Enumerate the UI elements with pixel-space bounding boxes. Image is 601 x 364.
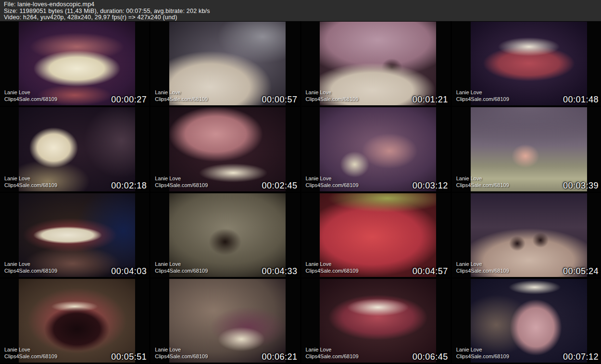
watermark-line2: Clips4Sale.com/68109 bbox=[4, 182, 57, 188]
thumbnail-timestamp: 00:03:39 bbox=[563, 181, 599, 191]
thumbnail-cell: Lanie Love Clips4Sale.com/68109 00:02:45 bbox=[150, 107, 300, 191]
watermark-line1: Lanie Love bbox=[155, 175, 208, 182]
thumbnail-timestamp: 00:03:12 bbox=[413, 181, 448, 191]
watermark-line2: Clips4Sale.com/68109 bbox=[155, 182, 208, 188]
watermark: Lanie Love Clips4Sale.com/68109 bbox=[155, 175, 208, 188]
watermark-line2: Clips4Sale.com/68109 bbox=[456, 267, 509, 274]
file-size-line: Size: 11989051 bytes (11,43 MiB), durati… bbox=[4, 8, 601, 15]
thumbnail-cell: Lanie Love Clips4Sale.com/68109 00:04:57 bbox=[301, 193, 451, 277]
watermark: Lanie Love Clips4Sale.com/68109 bbox=[306, 346, 359, 360]
watermark: Lanie Love Clips4Sale.com/68109 bbox=[4, 261, 57, 274]
thumbnail-cell: Lanie Love Clips4Sale.com/68109 00:07:12 bbox=[452, 278, 601, 363]
watermark-line1: Lanie Love bbox=[4, 175, 57, 182]
watermark: Lanie Love Clips4Sale.com/68109 bbox=[456, 346, 509, 360]
watermark: Lanie Love Clips4Sale.com/68109 bbox=[155, 346, 208, 360]
video-codec-line: Video: h264, yuv420p, 428x240, 29,97 fps… bbox=[4, 14, 601, 21]
thumbnail-timestamp: 00:02:45 bbox=[262, 181, 297, 191]
thumbnail-timestamp: 00:05:24 bbox=[563, 266, 599, 276]
file-info-header: File: lanie-loves-endoscopic.mp4 Size: 1… bbox=[0, 0, 601, 21]
thumbnail-timestamp: 00:05:51 bbox=[111, 352, 147, 362]
watermark: Lanie Love Clips4Sale.com/68109 bbox=[4, 89, 57, 102]
watermark-line2: Clips4Sale.com/68109 bbox=[155, 96, 208, 102]
watermark-line1: Lanie Love bbox=[456, 89, 509, 96]
watermark: Lanie Love Clips4Sale.com/68109 bbox=[4, 346, 57, 360]
watermark-line1: Lanie Love bbox=[456, 175, 509, 182]
thumbnail-timestamp: 00:01:48 bbox=[563, 95, 599, 105]
thumbnail-cell: Lanie Love Clips4Sale.com/68109 00:04:33 bbox=[150, 193, 300, 277]
watermark-line1: Lanie Love bbox=[155, 346, 208, 353]
watermark-line1: Lanie Love bbox=[306, 175, 359, 182]
watermark: Lanie Love Clips4Sale.com/68109 bbox=[4, 175, 57, 188]
watermark-line2: Clips4Sale.com/68109 bbox=[306, 182, 359, 188]
thumbnail-timestamp: 00:04:03 bbox=[111, 266, 147, 276]
watermark-line2: Clips4Sale.com/68109 bbox=[306, 96, 359, 102]
watermark-line1: Lanie Love bbox=[306, 261, 359, 267]
file-name-line: File: lanie-loves-endoscopic.mp4 bbox=[4, 1, 601, 8]
watermark-line2: Clips4Sale.com/68109 bbox=[4, 267, 57, 274]
watermark-line1: Lanie Love bbox=[4, 261, 57, 267]
watermark: Lanie Love Clips4Sale.com/68109 bbox=[306, 175, 359, 188]
watermark-line1: Lanie Love bbox=[456, 261, 509, 267]
watermark-line1: Lanie Love bbox=[306, 346, 359, 353]
watermark: Lanie Love Clips4Sale.com/68109 bbox=[155, 261, 208, 274]
watermark-line2: Clips4Sale.com/68109 bbox=[456, 96, 509, 102]
video-contact-sheet: File: lanie-loves-endoscopic.mp4 Size: 1… bbox=[0, 0, 601, 364]
watermark-line2: Clips4Sale.com/68109 bbox=[155, 353, 208, 360]
watermark-line1: Lanie Love bbox=[4, 346, 57, 353]
watermark-line2: Clips4Sale.com/68109 bbox=[456, 353, 509, 360]
watermark-line1: Lanie Love bbox=[306, 89, 359, 96]
thumbnail-cell: Lanie Love Clips4Sale.com/68109 00:06:45 bbox=[301, 278, 451, 363]
thumbnail-cell: Lanie Love Clips4Sale.com/68109 00:05:51 bbox=[0, 278, 149, 363]
thumbnail-cell: Lanie Love Clips4Sale.com/68109 00:00:27 bbox=[0, 21, 149, 106]
watermark-line1: Lanie Love bbox=[155, 261, 208, 267]
thumbnail-cell: Lanie Love Clips4Sale.com/68109 00:05:24 bbox=[452, 193, 601, 277]
thumbnail-timestamp: 00:07:12 bbox=[563, 352, 599, 362]
watermark-line2: Clips4Sale.com/68109 bbox=[4, 96, 57, 102]
watermark: Lanie Love Clips4Sale.com/68109 bbox=[456, 175, 509, 188]
watermark-line2: Clips4Sale.com/68109 bbox=[4, 353, 57, 360]
watermark-line2: Clips4Sale.com/68109 bbox=[155, 267, 208, 274]
thumbnail-cell: Lanie Love Clips4Sale.com/68109 00:04:03 bbox=[0, 193, 149, 277]
thumbnail-cell: Lanie Love Clips4Sale.com/68109 00:01:48 bbox=[452, 21, 601, 106]
thumbnail-timestamp: 00:02:18 bbox=[111, 181, 147, 191]
watermark: Lanie Love Clips4Sale.com/68109 bbox=[306, 261, 359, 274]
watermark-line1: Lanie Love bbox=[155, 89, 208, 96]
thumbnail-timestamp: 00:06:21 bbox=[262, 352, 297, 362]
watermark: Lanie Love Clips4Sale.com/68109 bbox=[456, 89, 509, 102]
thumbnail-timestamp: 00:00:57 bbox=[262, 95, 297, 105]
watermark: Lanie Love Clips4Sale.com/68109 bbox=[155, 89, 208, 102]
thumbnail-timestamp: 00:00:27 bbox=[111, 95, 147, 105]
thumbnail-timestamp: 00:04:33 bbox=[262, 266, 297, 276]
thumbnail-cell: Lanie Love Clips4Sale.com/68109 00:03:12 bbox=[301, 107, 451, 191]
watermark-line2: Clips4Sale.com/68109 bbox=[456, 182, 509, 188]
watermark-line1: Lanie Love bbox=[4, 89, 57, 96]
thumbnail-cell: Lanie Love Clips4Sale.com/68109 00:02:18 bbox=[0, 107, 149, 191]
thumbnail-timestamp: 00:04:57 bbox=[413, 266, 448, 276]
thumbnail-cell: Lanie Love Clips4Sale.com/68109 00:03:39 bbox=[452, 107, 601, 191]
watermark-line2: Clips4Sale.com/68109 bbox=[306, 353, 359, 360]
thumbnail-timestamp: 00:01:21 bbox=[413, 95, 448, 105]
thumbnail-cell: Lanie Love Clips4Sale.com/68109 00:00:57 bbox=[150, 21, 300, 106]
watermark: Lanie Love Clips4Sale.com/68109 bbox=[306, 89, 359, 102]
watermark: Lanie Love Clips4Sale.com/68109 bbox=[456, 261, 509, 274]
thumbnail-cell: Lanie Love Clips4Sale.com/68109 00:06:21 bbox=[150, 278, 300, 363]
watermark-line2: Clips4Sale.com/68109 bbox=[306, 267, 359, 274]
thumbnail-timestamp: 00:06:45 bbox=[413, 352, 448, 362]
thumbnail-grid: Lanie Love Clips4Sale.com/68109 00:00:27… bbox=[0, 21, 601, 364]
watermark-line1: Lanie Love bbox=[456, 346, 509, 353]
thumbnail-cell: Lanie Love Clips4Sale.com/68109 00:01:21 bbox=[301, 21, 451, 106]
